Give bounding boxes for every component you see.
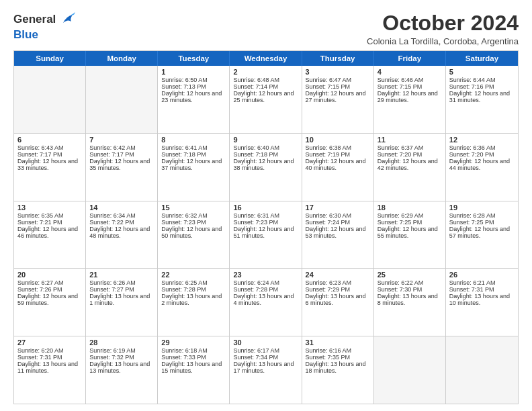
daylight-text: Daylight: 12 hours and 57 minutes. <box>449 226 515 239</box>
sunrise-text: Sunrise: 6:29 AM <box>378 212 442 219</box>
logo-general: General <box>13 13 56 26</box>
daylight-text: Daylight: 13 hours and 10 minutes. <box>449 293 515 306</box>
day-number: 16 <box>233 203 298 212</box>
calendar-cell <box>86 66 158 133</box>
daylight-text: Daylight: 12 hours and 37 minutes. <box>161 158 226 171</box>
sunset-text: Sunset: 7:26 PM <box>17 286 82 293</box>
sunset-text: Sunset: 7:22 PM <box>89 219 154 226</box>
daylight-text: Daylight: 12 hours and 40 minutes. <box>306 158 370 171</box>
daylight-text: Daylight: 13 hours and 13 minutes. <box>89 361 154 374</box>
sunrise-text: Sunrise: 6:32 AM <box>161 212 226 219</box>
calendar-cell: 22Sunrise: 6:25 AMSunset: 7:28 PMDayligh… <box>158 269 230 336</box>
day-number: 15 <box>161 203 226 212</box>
daylight-text: Daylight: 13 hours and 11 minutes. <box>17 361 82 374</box>
calendar-cell <box>374 336 446 404</box>
calendar-cell: 17Sunrise: 6:30 AMSunset: 7:24 PMDayligh… <box>302 201 374 269</box>
day-number: 2 <box>233 68 298 76</box>
day-number: 23 <box>233 271 298 279</box>
calendar-cell: 5Sunrise: 6:44 AMSunset: 7:16 PMDaylight… <box>446 66 518 133</box>
sunrise-text: Sunrise: 6:42 AM <box>89 144 154 151</box>
sunset-text: Sunset: 7:34 PM <box>233 354 298 361</box>
calendar-header: SundayMondayTuesdayWednesdayThursdayFrid… <box>14 51 518 66</box>
day-number: 13 <box>17 203 82 212</box>
daylight-text: Daylight: 13 hours and 17 minutes. <box>233 361 298 374</box>
daylight-text: Daylight: 12 hours and 53 minutes. <box>306 226 370 239</box>
calendar-cell: 18Sunrise: 6:29 AMSunset: 7:25 PMDayligh… <box>374 201 446 269</box>
day-number: 31 <box>306 338 370 347</box>
day-number: 24 <box>306 271 370 279</box>
sunrise-text: Sunrise: 6:31 AM <box>233 212 298 219</box>
sunset-text: Sunset: 7:15 PM <box>306 83 370 90</box>
calendar-cell: 9Sunrise: 6:40 AMSunset: 7:18 PMDaylight… <box>230 134 302 201</box>
calendar-row-4: 20Sunrise: 6:27 AMSunset: 7:26 PMDayligh… <box>14 268 518 336</box>
daylight-text: Daylight: 12 hours and 35 minutes. <box>89 158 154 171</box>
calendar-row-2: 6Sunrise: 6:43 AMSunset: 7:17 PMDaylight… <box>14 133 518 201</box>
daylight-text: Daylight: 13 hours and 18 minutes. <box>306 361 370 374</box>
daylight-text: Daylight: 12 hours and 31 minutes. <box>449 90 515 103</box>
calendar-row-3: 13Sunrise: 6:35 AMSunset: 7:21 PMDayligh… <box>14 201 518 269</box>
calendar-cell <box>446 336 518 404</box>
sunrise-text: Sunrise: 6:40 AM <box>233 144 298 151</box>
sunrise-text: Sunrise: 6:27 AM <box>17 279 82 286</box>
calendar-cell: 20Sunrise: 6:27 AMSunset: 7:26 PMDayligh… <box>14 269 86 336</box>
sunset-text: Sunset: 7:17 PM <box>89 151 154 158</box>
header-day-tuesday: Tuesday <box>158 51 230 66</box>
sunset-text: Sunset: 7:19 PM <box>306 151 370 158</box>
calendar-cell: 23Sunrise: 6:24 AMSunset: 7:28 PMDayligh… <box>230 269 302 336</box>
sunrise-text: Sunrise: 6:34 AM <box>89 212 154 219</box>
calendar-cell: 12Sunrise: 6:36 AMSunset: 7:20 PMDayligh… <box>446 134 518 201</box>
header-day-monday: Monday <box>86 51 158 66</box>
calendar-cell: 24Sunrise: 6:23 AMSunset: 7:29 PMDayligh… <box>302 269 374 336</box>
day-number: 14 <box>89 203 154 212</box>
sunset-text: Sunset: 7:28 PM <box>233 286 298 293</box>
sunrise-text: Sunrise: 6:38 AM <box>306 144 370 151</box>
sunset-text: Sunset: 7:33 PM <box>161 354 226 361</box>
sunset-text: Sunset: 7:29 PM <box>306 286 370 293</box>
calendar-cell: 16Sunrise: 6:31 AMSunset: 7:23 PMDayligh… <box>230 201 302 269</box>
sunset-text: Sunset: 7:31 PM <box>449 286 515 293</box>
calendar-cell <box>14 66 86 133</box>
daylight-text: Daylight: 12 hours and 29 minutes. <box>378 90 442 103</box>
sunset-text: Sunset: 7:18 PM <box>233 151 298 158</box>
daylight-text: Daylight: 13 hours and 6 minutes. <box>306 293 370 306</box>
day-number: 8 <box>161 136 226 144</box>
calendar-cell: 13Sunrise: 6:35 AMSunset: 7:21 PMDayligh… <box>14 201 86 269</box>
sunrise-text: Sunrise: 6:48 AM <box>233 77 298 83</box>
daylight-text: Daylight: 13 hours and 15 minutes. <box>161 361 226 374</box>
sunset-text: Sunset: 7:35 PM <box>306 354 370 361</box>
day-number: 10 <box>306 136 370 144</box>
header-day-saturday: Saturday <box>446 51 518 66</box>
day-number: 20 <box>17 271 82 279</box>
day-number: 11 <box>378 136 442 144</box>
day-number: 25 <box>378 271 442 279</box>
calendar-cell: 3Sunrise: 6:47 AMSunset: 7:15 PMDaylight… <box>302 66 374 133</box>
sunrise-text: Sunrise: 6:28 AM <box>449 212 515 219</box>
daylight-text: Daylight: 13 hours and 4 minutes. <box>233 293 298 306</box>
sunset-text: Sunset: 7:13 PM <box>161 83 226 90</box>
sunrise-text: Sunrise: 6:30 AM <box>306 212 370 219</box>
calendar-cell: 6Sunrise: 6:43 AMSunset: 7:17 PMDaylight… <box>14 134 86 201</box>
day-number: 7 <box>89 136 154 144</box>
daylight-text: Daylight: 12 hours and 23 minutes. <box>161 90 226 103</box>
sunset-text: Sunset: 7:20 PM <box>378 151 442 158</box>
logo-blue: Blue <box>13 28 38 42</box>
logo-row: General <box>13 11 75 28</box>
sunrise-text: Sunrise: 6:17 AM <box>233 347 298 354</box>
daylight-text: Daylight: 12 hours and 51 minutes. <box>233 226 298 239</box>
day-number: 9 <box>233 136 298 144</box>
sunset-text: Sunset: 7:32 PM <box>89 354 154 361</box>
sunrise-text: Sunrise: 6:50 AM <box>161 77 226 83</box>
header: General Blue October 2024 Colonia La Tor… <box>13 11 519 46</box>
calendar-row-1: 1Sunrise: 6:50 AMSunset: 7:13 PMDaylight… <box>14 66 518 133</box>
sunrise-text: Sunrise: 6:18 AM <box>161 347 226 354</box>
sunrise-text: Sunrise: 6:20 AM <box>17 347 82 354</box>
day-number: 18 <box>378 203 442 212</box>
calendar-cell: 2Sunrise: 6:48 AMSunset: 7:14 PMDaylight… <box>230 66 302 133</box>
title-block: October 2024 Colonia La Tordilla, Cordob… <box>367 11 519 46</box>
calendar-body: 1Sunrise: 6:50 AMSunset: 7:13 PMDaylight… <box>14 66 518 404</box>
location: Colonia La Tordilla, Cordoba, Argentina <box>367 36 519 46</box>
calendar-row-5: 27Sunrise: 6:20 AMSunset: 7:31 PMDayligh… <box>14 336 518 404</box>
calendar-cell: 10Sunrise: 6:38 AMSunset: 7:19 PMDayligh… <box>302 134 374 201</box>
daylight-text: Daylight: 12 hours and 55 minutes. <box>378 226 442 239</box>
daylight-text: Daylight: 12 hours and 38 minutes. <box>233 158 298 171</box>
